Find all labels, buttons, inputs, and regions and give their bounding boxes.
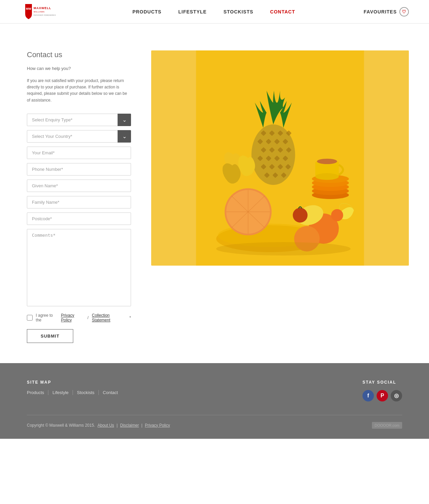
description-text: If you are not satisfied with your produ… — [27, 78, 131, 104]
agreement-checkbox[interactable] — [27, 315, 33, 321]
fruit-illustration — [151, 50, 409, 266]
social-title: STAY SOCIAL — [362, 380, 402, 385]
given-name-group — [27, 180, 131, 192]
privacy-policy-link[interactable]: Privacy Policy — [61, 313, 84, 322]
logo-area: MW MAXWELL WILLIAMS DESIGNER HOMEWARES — [20, 2, 64, 21]
sitemap-title: SITE MAP — [27, 380, 122, 385]
sitemap-contact[interactable]: Contact — [99, 390, 122, 395]
email-group — [27, 147, 131, 159]
favourites-label: FAVOURITES — [364, 9, 397, 14]
svg-text:DESIGNER HOMEWARES: DESIGNER HOMEWARES — [34, 14, 56, 16]
postcode-group — [27, 212, 131, 225]
nav-stockists[interactable]: STOCKISTS — [223, 9, 253, 14]
site-header: MW MAXWELL WILLIAMS DESIGNER HOMEWARES P… — [0, 0, 429, 24]
footer-top: SITE MAP Products Lifestyle Stockists Co… — [27, 380, 402, 401]
sitemap-section: SITE MAP Products Lifestyle Stockists Co… — [27, 380, 122, 401]
nav-contact[interactable]: CONTACT — [270, 9, 295, 14]
pinterest-icon[interactable]: P — [377, 390, 388, 401]
facebook-icon[interactable]: f — [362, 390, 374, 401]
svg-text:MAXWELL: MAXWELL — [34, 6, 51, 10]
submit-button[interactable]: SUBMIT — [27, 329, 73, 343]
collection-statement-link[interactable]: Collection Statement — [92, 313, 126, 322]
social-icons: f P ◎ — [362, 390, 402, 401]
disclaimer-link[interactable]: Disclaimer — [120, 423, 139, 428]
svg-point-51 — [216, 242, 351, 256]
svg-text:MW: MW — [26, 7, 31, 10]
sitemap-stockists[interactable]: Stockists — [73, 390, 99, 395]
page-title: Contact us — [27, 50, 131, 59]
enquiry-type-select[interactable]: Select Enquiry Type* — [27, 114, 131, 126]
asterisk: * — [129, 315, 131, 320]
sitemap-products[interactable]: Products — [27, 390, 48, 395]
footer-privacy-link[interactable]: Privacy Policy — [145, 423, 170, 428]
nav-lifestyle[interactable]: LIFESTYLE — [178, 9, 207, 14]
postcode-field[interactable] — [27, 212, 131, 225]
enquiry-type-group: Select Enquiry Type* ⌄ — [27, 114, 131, 126]
fruit-hero-image — [151, 50, 409, 266]
instagram-icon[interactable]: ◎ — [391, 390, 402, 401]
given-name-field[interactable] — [27, 180, 131, 192]
family-name-group — [27, 196, 131, 208]
phone-group — [27, 163, 131, 176]
contact-form-area: Contact us How can we help you? If you a… — [0, 24, 151, 363]
main-nav: PRODUCTS LIFESTYLE STOCKISTS CONTACT — [132, 9, 295, 14]
doooor-badge: DOOOOR.com — [372, 422, 402, 429]
country-group: Select Your Country* ⌄ — [27, 130, 131, 143]
svg-point-50 — [331, 209, 343, 221]
social-section: STAY SOCIAL f P ◎ — [362, 380, 402, 401]
hero-image-area — [151, 24, 429, 363]
enquiry-select-wrapper: Select Enquiry Type* ⌄ — [27, 114, 131, 126]
svg-point-49 — [293, 208, 308, 223]
svg-text:WILLIAMS: WILLIAMS — [34, 11, 45, 13]
nav-products[interactable]: PRODUCTS — [132, 9, 162, 14]
heart-icon: ♡ — [399, 7, 409, 16]
help-text: How can we help you? — [27, 66, 131, 71]
copyright-area: Copyright © Maxwell & Williams 2015. Abo… — [27, 423, 171, 428]
phone-field[interactable] — [27, 163, 131, 176]
copyright-text: Copyright © Maxwell & Williams 2015. — [27, 423, 95, 428]
country-select-wrapper: Select Your Country* ⌄ — [27, 130, 131, 143]
svg-point-15 — [317, 159, 337, 164]
footer-bottom: Copyright © Maxwell & Williams 2015. Abo… — [27, 415, 402, 429]
svg-point-14 — [315, 173, 339, 180]
agreement-row: I agree to the Privacy Policy / Collecti… — [27, 313, 131, 322]
about-us-link[interactable]: About Us — [97, 423, 114, 428]
family-name-field[interactable] — [27, 196, 131, 208]
sitemap-lifestyle[interactable]: Lifestyle — [48, 390, 73, 395]
site-footer: SITE MAP Products Lifestyle Stockists Co… — [0, 363, 429, 439]
brand-logo[interactable]: MW MAXWELL WILLIAMS DESIGNER HOMEWARES — [20, 2, 64, 21]
comments-field[interactable] — [27, 229, 131, 306]
comments-group — [27, 229, 131, 306]
checkbox-text: I agree to the — [36, 313, 58, 322]
favourites-button[interactable]: FAVOURITES ♡ — [364, 7, 409, 16]
email-field[interactable] — [27, 147, 131, 159]
separator: / — [87, 315, 88, 320]
country-select[interactable]: Select Your Country* — [27, 130, 131, 143]
main-content: Contact us How can we help you? If you a… — [0, 24, 429, 363]
sitemap-links: Products Lifestyle Stockists Contact — [27, 390, 122, 395]
